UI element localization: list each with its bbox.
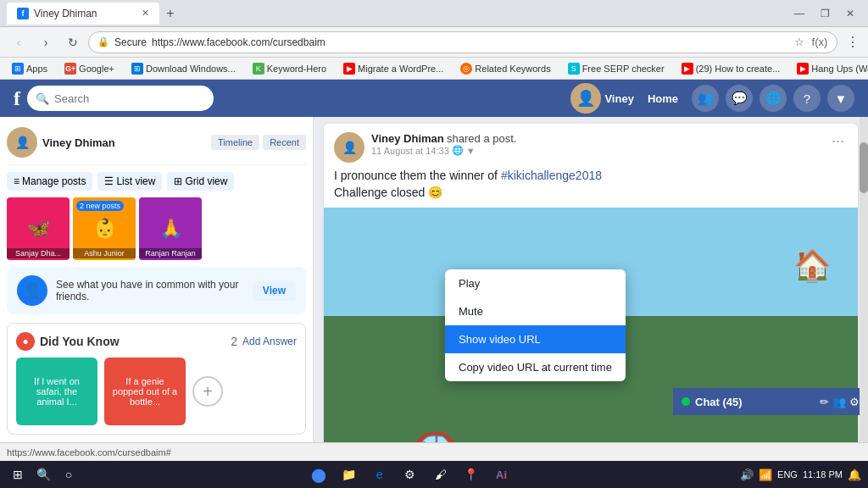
post-text: I pronounce them the winner of #kikichal… [324, 168, 858, 208]
dyk-card-genie[interactable]: If a genie popped out of a bottle... [104, 358, 186, 425]
post-action: shared a post. [447, 132, 516, 145]
hashtag-kiki[interactable]: #kikichallenge2018 [501, 169, 602, 182]
fb-nav-dropdown[interactable]: ▼ [827, 85, 854, 112]
bookmark-serp[interactable]: S Free SERP checker [563, 61, 670, 76]
status-bar: https://www.facebook.com/cursedbaim# [0, 442, 868, 461]
post-more-button[interactable]: ··· [828, 132, 848, 150]
bookmark-download[interactable]: ⊞ Download Windows... [126, 61, 241, 76]
taskbar-ai-label: Ai [496, 469, 507, 481]
profile-info: Viney Dhiman [42, 136, 115, 149]
minimize-button[interactable]: — [788, 5, 810, 22]
youtube-icon-2: ▶ [682, 63, 693, 75]
fb-nav-messenger[interactable]: 💬 [726, 85, 753, 112]
taskbar-file-explorer[interactable]: 📁 [337, 463, 362, 485]
taskbar-volume-icon[interactable]: 🔊 [740, 469, 754, 481]
maximize-button[interactable]: ❐ [814, 5, 836, 22]
scrollbar-thumb[interactable] [860, 142, 868, 193]
dyk-icon: ● [16, 332, 35, 351]
post-meta: Viney Dhiman shared a post. 11 August at… [371, 132, 821, 156]
browser-frame: f Viney Dhiman ✕ + — ❐ ✕ ‹ › ↻ 🔒 Secure … [0, 0, 868, 488]
search-formula-icon[interactable]: f(x) [811, 34, 828, 51]
task-search[interactable]: 🔍 [32, 463, 54, 485]
taskbar-lang[interactable]: ENG [777, 469, 798, 480]
close-button[interactable]: ✕ [839, 5, 861, 22]
fb-search-bar[interactable]: 🔍 [27, 86, 214, 111]
list-view-button[interactable]: ☰ List view [97, 172, 162, 191]
grid-view-button[interactable]: ⊞ Grid view [167, 172, 234, 191]
taskbar-notification-icon[interactable]: 🔔 [848, 469, 861, 481]
fb-nav-friends[interactable]: 👥 [692, 85, 719, 112]
chat-edit-icon[interactable]: ✏ [820, 396, 829, 408]
recent-button[interactable]: Recent [263, 135, 306, 150]
timeline-button[interactable]: Timeline [211, 135, 259, 150]
dyk-add-button[interactable]: + [192, 376, 223, 407]
ctx-copy-url-time[interactable]: Copy video URL at current time [445, 353, 626, 381]
bookmark-related[interactable]: ◎ Related Keywords [455, 61, 555, 76]
scrollbar[interactable] [860, 117, 868, 442]
view-friends-button[interactable]: View [253, 280, 296, 301]
back-button[interactable]: ‹ [7, 30, 31, 54]
taskbar-edge[interactable]: e [367, 463, 392, 485]
story-ranjan[interactable]: 🙏 Ranjan Ranjan [139, 197, 202, 260]
fb-search-input[interactable] [54, 92, 205, 105]
taskbar-chrome[interactable]: ⬤ [306, 463, 331, 485]
fb-nav-globe[interactable]: 🌐 [760, 85, 787, 112]
ctx-play[interactable]: Play [445, 269, 626, 297]
bookmark-yt1[interactable]: ▶ (29) How to create... [676, 61, 786, 76]
bookmark-keyword[interactable]: K Keyword-Hero [248, 61, 331, 76]
fb-logo: f [14, 87, 20, 110]
post-author-line: Viney Dhiman shared a post. [371, 132, 821, 145]
bookmark-apps[interactable]: ⊞ Apps [7, 61, 53, 76]
fb-feed: 👤 Viney Dhiman shared a post. 11 August … [314, 117, 868, 442]
add-answer-link[interactable]: Add Answer [242, 336, 297, 347]
dyk-card-safari[interactable]: If I went on safari, the animal I... [16, 358, 97, 425]
video-house: 🏠 [793, 248, 832, 284]
chat-bar[interactable]: Chat (45) ✏ 👥 ⚙ [673, 388, 868, 415]
manage-posts-button[interactable]: ≡ Manage posts [7, 172, 92, 191]
fb-nav-home[interactable]: Home [641, 89, 685, 108]
post-line2: Challenge closed 😊 [334, 185, 848, 202]
fb-nav-help[interactable]: ? [793, 85, 821, 112]
bookmark-yt2[interactable]: ▶ Hang Ups (Want Yo... [792, 61, 868, 76]
secure-icon: 🔒 [97, 36, 109, 47]
taskbar-settings[interactable]: ⚙ [398, 463, 423, 485]
ctx-copy-url-time-label: Copy video URL at current time [459, 361, 612, 374]
star-icon[interactable]: ☆ [791, 34, 808, 51]
taskbar-paint[interactable]: 🖌 [428, 463, 453, 485]
taskbar-network-icon[interactable]: 📶 [759, 469, 772, 481]
post-line1: I pronounce them the winner of #kikichal… [334, 168, 848, 185]
fb-main: 👤 Viney Dhiman Timeline Recent ≡ Manage … [0, 117, 868, 442]
tab-close-button[interactable]: ✕ [142, 8, 149, 19]
view-controls: ≡ Manage posts ☰ List view ⊞ Grid view [7, 172, 306, 191]
friends-text: See what you have in common with your fr… [56, 279, 244, 302]
ctx-mute[interactable]: Mute [445, 297, 626, 325]
manage-posts-label: Manage posts [22, 175, 86, 187]
task-cortana[interactable]: ○ [58, 463, 80, 485]
fb-user-profile[interactable]: 👤 Viney [570, 83, 633, 114]
bookmark-migrate[interactable]: ▶ Migrate a WordPre... [338, 61, 448, 76]
dyk-cards: If I went on safari, the animal I... If … [16, 358, 297, 425]
post-time: 11 August at 14:33 🌐 ▼ [371, 145, 821, 156]
start-button[interactable]: ⊞ [7, 463, 29, 485]
story-ranjan-name: Ranjan Ranjan [139, 248, 202, 258]
forward-button[interactable]: › [34, 30, 58, 54]
facebook-content: f 🔍 👤 Viney Home 👥 💬 🌐 ? ▼ [0, 80, 868, 442]
extensions-icon[interactable]: ⋮ [844, 34, 861, 51]
bookmarks-bar: ⊞ Apps G+ Google+ ⊞ Download Windows... … [0, 58, 868, 80]
chat-settings-icon[interactable]: ⚙ [849, 396, 860, 408]
taskbar-ai[interactable]: Ai [489, 463, 515, 485]
new-tab-button[interactable]: + [159, 3, 181, 25]
bookmark-gplus-label: Google+ [79, 64, 114, 74]
bookmark-google-plus[interactable]: G+ Google+ [59, 61, 120, 76]
post-header: 👤 Viney Dhiman shared a post. 11 August … [324, 124, 858, 168]
chat-people-icon[interactable]: 👥 [832, 396, 846, 408]
ctx-show-url[interactable]: Show video URL [445, 325, 626, 353]
browser-tab[interactable]: f Viney Dhiman ✕ [7, 3, 159, 25]
refresh-button[interactable]: ↻ [61, 30, 85, 54]
story-sanjay[interactable]: 🦋 Sanjay Dha... [7, 197, 70, 260]
taskbar-maps[interactable]: 📍 [459, 463, 484, 485]
status-url: https://www.facebook.com/cursedbaim# [7, 447, 861, 458]
address-bar[interactable]: 🔒 Secure https://www.facebook.com/cursed… [88, 31, 837, 53]
story-ashu[interactable]: 👶 2 new posts Ashu Junior [73, 197, 136, 260]
post-timestamp: 11 August at 14:33 [371, 146, 449, 156]
